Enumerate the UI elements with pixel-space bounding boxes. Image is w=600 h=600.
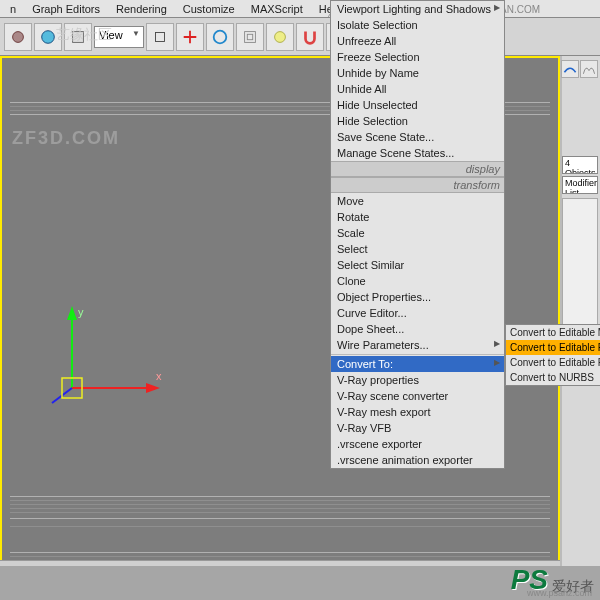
svg-point-1 xyxy=(42,30,55,43)
menu-item[interactable]: Rendering xyxy=(108,1,175,17)
overlay-text: 艺缘社区 xyxy=(56,26,112,44)
menu-dope-sheet[interactable]: Dope Sheet... xyxy=(331,321,504,337)
menu-vrscene-exporter[interactable]: .vrscene exporter xyxy=(331,436,504,452)
quad-menu: Viewport Lighting and Shadows Isolate Se… xyxy=(330,0,505,469)
main-toolbar: 艺缘社区 View 3 xyxy=(0,18,600,56)
menu-vray-properties[interactable]: V-Ray properties xyxy=(331,372,504,388)
menu-item[interactable]: MAXScript xyxy=(243,1,311,17)
menu-object-properties[interactable]: Object Properties... xyxy=(331,289,504,305)
menu-hide-selection[interactable]: Hide Selection xyxy=(331,113,504,129)
menu-convert-to[interactable]: Convert To: xyxy=(331,356,504,372)
modifier-list-dropdown[interactable]: Modifier List xyxy=(562,176,598,194)
svg-point-4 xyxy=(214,30,227,43)
footer-url: www.psahz.com xyxy=(527,588,592,598)
submenu-editable-patch[interactable]: Convert to Editable Patch xyxy=(506,355,600,370)
axis-gizmo[interactable]: y x xyxy=(42,298,182,420)
menu-isolate-selection[interactable]: Isolate Selection xyxy=(331,17,504,33)
menu-select-similar[interactable]: Select Similar xyxy=(331,257,504,273)
tool-button[interactable] xyxy=(236,23,264,51)
tool-button[interactable] xyxy=(266,23,294,51)
x-axis-label: x xyxy=(156,370,162,382)
menu-scale[interactable]: Scale xyxy=(331,225,504,241)
watermark-text: ZF3D.COM xyxy=(12,128,120,149)
menu-freeze-selection[interactable]: Freeze Selection xyxy=(331,49,504,65)
panel-tab[interactable] xyxy=(561,60,579,78)
svg-point-7 xyxy=(275,31,286,42)
menu-hide-unselected[interactable]: Hide Unselected xyxy=(331,97,504,113)
menu-item[interactable]: Graph Editors xyxy=(24,1,108,17)
tool-button[interactable] xyxy=(146,23,174,51)
menu-select[interactable]: Select xyxy=(331,241,504,257)
menu-rotate[interactable]: Rotate xyxy=(331,209,504,225)
svg-rect-3 xyxy=(156,32,165,41)
command-panel: 4 Objects S Modifier List xyxy=(560,56,600,566)
menu-vray-vfb[interactable]: V-Ray VFB xyxy=(331,420,504,436)
menu-viewport-lighting[interactable]: Viewport Lighting and Shadows xyxy=(331,1,504,17)
menu-clone[interactable]: Clone xyxy=(331,273,504,289)
menu-move[interactable]: Move xyxy=(331,193,504,209)
object-count-label: 4 Objects S xyxy=(562,156,598,174)
svg-marker-11 xyxy=(146,383,160,393)
tool-button[interactable] xyxy=(4,23,32,51)
submenu-editable-poly[interactable]: Convert to Editable Poly xyxy=(506,340,600,355)
menu-unhide-all[interactable]: Unhide All xyxy=(331,81,504,97)
tool-button[interactable] xyxy=(206,23,234,51)
submenu-nurbs[interactable]: Convert to NURBS xyxy=(506,370,600,385)
y-axis-label: y xyxy=(78,306,84,318)
submenu-editable-mesh[interactable]: Convert to Editable Mesh xyxy=(506,325,600,340)
svg-rect-5 xyxy=(245,31,256,42)
menu-wire-parameters[interactable]: Wire Parameters... xyxy=(331,337,504,353)
menu-vrscene-animation-exporter[interactable]: .vrscene animation exporter xyxy=(331,452,504,468)
tool-button[interactable] xyxy=(176,23,204,51)
panel-tab[interactable] xyxy=(580,60,598,78)
convert-to-submenu: Convert to Editable Mesh Convert to Edit… xyxy=(505,324,600,386)
svg-rect-6 xyxy=(247,34,252,39)
menu-section-transform: transform xyxy=(331,177,504,193)
svg-point-0 xyxy=(13,31,24,42)
menu-item[interactable]: Customize xyxy=(175,1,243,17)
menu-item[interactable]: n xyxy=(2,1,24,17)
menu-unfreeze-all[interactable]: Unfreeze All xyxy=(331,33,504,49)
menu-section-display: display xyxy=(331,161,504,177)
menu-unhide-by-name[interactable]: Unhide by Name xyxy=(331,65,504,81)
menu-curve-editor[interactable]: Curve Editor... xyxy=(331,305,504,321)
menu-vray-scene-converter[interactable]: V-Ray scene converter xyxy=(331,388,504,404)
menu-save-scene-state[interactable]: Save Scene State... xyxy=(331,129,504,145)
menu-manage-scene-states[interactable]: Manage Scene States... xyxy=(331,145,504,161)
svg-marker-9 xyxy=(67,306,77,320)
timeline-bar[interactable] xyxy=(0,560,560,566)
menu-vray-mesh-export[interactable]: V-Ray mesh export xyxy=(331,404,504,420)
magnet-tool-icon[interactable] xyxy=(296,23,324,51)
menu-separator xyxy=(331,354,504,355)
